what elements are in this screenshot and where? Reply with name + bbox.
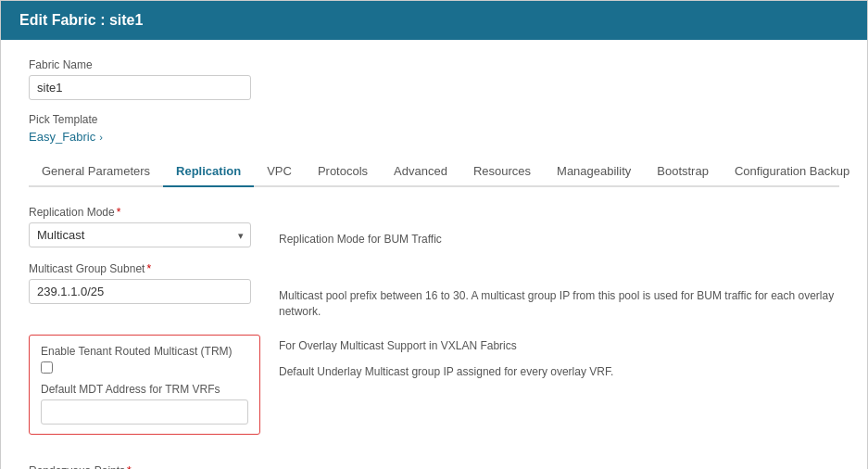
replication-mode-row: Replication Mode Multicast Ingress Multi… [29,206,839,247]
replication-mode-select-wrapper: Multicast Ingress Multicast+Ingress ▾ [29,222,251,247]
replication-mode-field: Replication Mode Multicast Ingress Multi… [29,206,260,247]
tab-flow-monitor[interactable]: Flow Monitor [862,157,868,187]
rendezvous-points-row: Rendezvous-Points 2 4 ▾ Number of spines… [29,464,839,469]
replication-mode-desc: Replication Mode for BUM Traffic [279,206,839,247]
tab-bar: General Parameters Replication VPC Proto… [29,157,839,187]
rendezvous-points-desc: Number of spines acting as Rendezvous-Po… [279,464,839,469]
tab-advanced[interactable]: Advanced [381,157,460,187]
fabric-name-label: Fabric Name [29,58,839,71]
fabric-name-group: Fabric Name [29,58,839,100]
multicast-group-subnet-row: Multicast Group Subnet Multicast pool pr… [29,262,839,320]
rendezvous-points-label: Rendezvous-Points [29,464,260,469]
trm-descriptions: For Overlay Multicast Support in VXLAN F… [279,335,839,392]
trm-section-box: Enable Tenant Routed Multicast (TRM) Def… [29,335,260,435]
pick-template-label: Pick Template [29,113,839,126]
tab-bootstrap[interactable]: Bootstrap [644,157,722,187]
trm-section-row: Enable Tenant Routed Multicast (TRM) Def… [29,335,839,450]
replication-mode-select[interactable]: Multicast Ingress Multicast+Ingress [29,222,251,247]
template-chevron: › [99,132,103,143]
default-mdt-label: Default MDT Address for TRM VRFs [41,383,248,396]
enable-trm-checkbox[interactable] [41,361,53,374]
tab-protocols[interactable]: Protocols [305,157,381,187]
enable-trm-label: Enable Tenant Routed Multicast (TRM) [41,345,248,358]
fabric-name-input[interactable] [29,75,251,100]
enable-trm-checkbox-label[interactable] [41,361,248,374]
trm-overlay-desc: For Overlay Multicast Support in VXLAN F… [279,338,839,354]
replication-mode-label: Replication Mode [29,206,260,219]
tab-vpc[interactable]: VPC [254,157,305,187]
tab-configuration-backup[interactable]: Configuration Backup [722,157,862,187]
multicast-group-subnet-input[interactable] [29,279,251,304]
multicast-group-subnet-label: Multicast Group Subnet [29,262,260,275]
page-title: Edit Fabric : site1 [19,12,143,28]
tab-replication[interactable]: Replication [163,157,254,187]
multicast-group-subnet-field: Multicast Group Subnet [29,262,260,304]
pick-template-group: Pick Template Easy_Fabric › [29,113,839,144]
template-link[interactable]: Easy_Fabric › [29,130,839,144]
trm-mdt-desc: Default Underlay Multicast group IP assi… [279,364,839,380]
multicast-group-subnet-desc: Multicast pool prefix between 16 to 30. … [279,262,839,320]
page-header: Edit Fabric : site1 [1,1,867,40]
trm-desc-block: For Overlay Multicast Support in VXLAN F… [279,338,839,381]
tab-resources[interactable]: Resources [460,157,544,187]
tab-general[interactable]: General Parameters [29,157,163,187]
rendezvous-points-field: Rendezvous-Points 2 4 ▾ [29,464,260,469]
tab-manageability[interactable]: Manageability [544,157,644,187]
default-mdt-input[interactable] [41,399,248,425]
template-name: Easy_Fabric [29,130,95,144]
